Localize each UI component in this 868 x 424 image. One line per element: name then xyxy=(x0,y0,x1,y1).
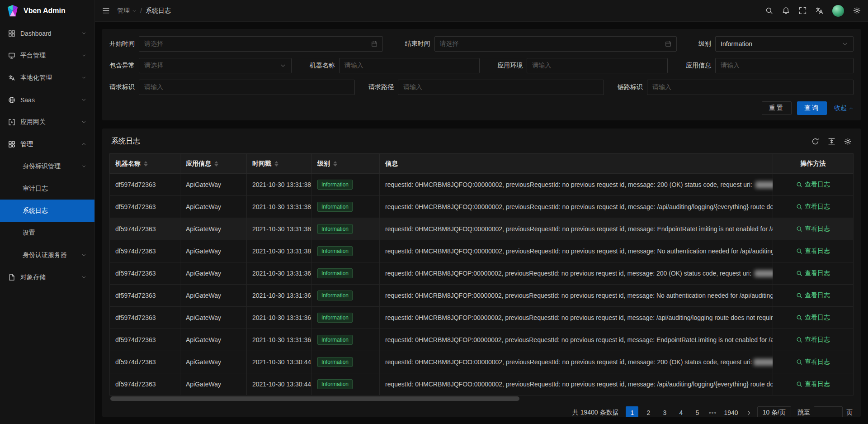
sidebar-item-saas[interactable]: Saas xyxy=(0,89,94,111)
jump-page-input[interactable] xyxy=(814,406,843,417)
search-button[interactable]: 查询 xyxy=(797,101,827,115)
view-log-link[interactable]: 查看日志 xyxy=(796,358,830,366)
message-text: requestId: 0HMCRBM8JQFOQ:00000002, previ… xyxy=(385,248,773,255)
page-1940[interactable]: 1940 xyxy=(722,406,740,417)
main-column: 管理 / 系统日志 开始时间请选择结束时间请选择级别Information包含异… xyxy=(95,0,868,424)
cell-timestamp: 2021-10-30 13:31:38 xyxy=(247,196,312,218)
sidebar-item-identity[interactable]: 身份标识管理 xyxy=(0,155,94,177)
message-text: requestId: 0HMCRBM8JQFOP:00000002, previ… xyxy=(385,314,773,321)
level-badge: Information xyxy=(317,357,353,367)
filter-start-datepicker[interactable]: 请选择 xyxy=(139,36,383,52)
filter-path-input[interactable]: 请输入 xyxy=(398,80,604,95)
sidebar-item-localization[interactable]: 本地化管理 xyxy=(0,67,94,89)
next-page-icon[interactable] xyxy=(746,410,752,416)
page-4[interactable]: 4 xyxy=(675,406,687,417)
page-size-select[interactable]: 10 条/页 xyxy=(757,406,791,417)
view-log-link[interactable]: 查看日志 xyxy=(796,336,830,344)
sidebar-item-settings[interactable]: 设置 xyxy=(0,222,94,244)
cell-level: Information xyxy=(312,174,380,196)
page-5[interactable]: 5 xyxy=(691,406,703,417)
log-table: 机器名称应用信息时间戳级别信息操作方法 df5974d72363ApiGateW… xyxy=(109,153,854,395)
breadcrumb-parent[interactable]: 管理 xyxy=(117,7,137,15)
view-log-link[interactable]: 查看日志 xyxy=(796,247,830,255)
sort-icon[interactable] xyxy=(274,161,278,167)
sidebar-item-object-storage[interactable]: 对象存储 xyxy=(0,266,94,288)
view-log-link[interactable]: 查看日志 xyxy=(796,203,830,211)
page-1[interactable]: 1 xyxy=(626,406,638,417)
sort-icon[interactable] xyxy=(333,161,337,167)
message-text: requestId: 0HMCRBM8JQFOO:00000002, previ… xyxy=(385,358,752,366)
translate-icon[interactable] xyxy=(816,7,823,14)
view-log-link[interactable]: 查看日志 xyxy=(796,314,830,322)
view-log-link[interactable]: 查看日志 xyxy=(796,269,830,277)
view-log-label: 查看日志 xyxy=(805,358,830,366)
table-header-row: 机器名称应用信息时间戳级别信息操作方法 xyxy=(110,154,854,174)
sidebar-item-management[interactable]: 管理 xyxy=(0,133,94,155)
sidebar-item-audit-logs[interactable]: 审计日志 xyxy=(0,177,94,200)
view-log-label: 查看日志 xyxy=(805,380,830,388)
column-header-app_info[interactable]: 应用信息 xyxy=(180,154,247,174)
view-log-link[interactable]: 查看日志 xyxy=(796,225,830,233)
chevron-down-icon xyxy=(81,53,86,58)
cell-message: requestId: 0HMCRBM8JQFOQ:00000002, previ… xyxy=(380,196,773,218)
filter-exception-select[interactable]: 请选择 xyxy=(139,58,292,73)
filter-request-input[interactable]: 请输入 xyxy=(139,80,355,95)
view-log-link[interactable]: 查看日志 xyxy=(796,291,830,300)
column-label: 信息 xyxy=(385,160,398,168)
page-ellipsis[interactable]: ••• xyxy=(707,409,718,416)
sort-icon[interactable] xyxy=(144,161,148,167)
refresh-icon[interactable] xyxy=(811,138,819,145)
cell-machine-name: df5974d72363 xyxy=(110,373,180,395)
control-value: 请输入 xyxy=(721,62,740,70)
filter-machine-input[interactable]: 请输入 xyxy=(339,58,480,73)
view-log-label: 查看日志 xyxy=(805,181,830,189)
column-header-timestamp[interactable]: 时间戳 xyxy=(247,154,312,174)
cell-level: Information xyxy=(312,351,380,373)
bell-icon[interactable] xyxy=(782,7,790,14)
settings-icon[interactable] xyxy=(853,7,861,14)
avatar[interactable] xyxy=(832,5,844,17)
page-2[interactable]: 2 xyxy=(642,406,655,417)
logo[interactable]: Vben Admin xyxy=(0,0,94,22)
filter-label-env: 应用环境 xyxy=(497,62,523,70)
sidebar-item-dashboard[interactable]: Dashboard xyxy=(0,22,94,44)
cell-message: requestId: 0HMCRBM8JQFOP:00000002, previ… xyxy=(380,329,773,351)
menu-fold-icon[interactable] xyxy=(102,7,110,14)
view-log-label: 查看日志 xyxy=(805,203,830,211)
scrollbar-thumb[interactable] xyxy=(110,396,519,401)
cell-app-info: ApiGateWay xyxy=(180,218,247,240)
jump-prefix-label: 跳至 xyxy=(797,409,810,417)
search-icon[interactable] xyxy=(765,7,773,14)
chevron-down-icon xyxy=(81,252,86,257)
filter-env-input[interactable]: 请输入 xyxy=(527,58,668,73)
sort-icon[interactable] xyxy=(214,161,218,167)
message-text: requestId: 0HMCRBM8JQFOP:00000002, previ… xyxy=(385,270,753,277)
sidebar: Vben Admin Dashboard平台管理本地化管理Saas应用网关管理身… xyxy=(0,0,95,424)
fullscreen-icon[interactable] xyxy=(799,7,807,14)
filter-appinfo-input[interactable]: 请输入 xyxy=(715,58,854,73)
collapse-link[interactable]: 收起 xyxy=(834,104,854,112)
control-value: 请输入 xyxy=(403,83,422,91)
message-text: requestId: 0HMCRBM8JQFOQ:00000002, previ… xyxy=(385,203,773,210)
sidebar-item-auth-server[interactable]: 身份认证服务器 xyxy=(0,244,94,266)
gateway-icon xyxy=(8,119,15,126)
filter-level-select[interactable]: Information xyxy=(715,36,854,52)
sidebar-item-system-logs[interactable]: 系统日志 xyxy=(0,200,94,222)
reset-button[interactable]: 重置 xyxy=(762,101,792,115)
page-3[interactable]: 3 xyxy=(658,406,671,417)
filter-field-start: 开始时间请选择 xyxy=(109,36,383,52)
app-root: Vben Admin Dashboard平台管理本地化管理Saas应用网关管理身… xyxy=(0,0,868,424)
view-log-link[interactable]: 查看日志 xyxy=(796,181,830,189)
column-header-level[interactable]: 级别 xyxy=(312,154,380,174)
view-log-link[interactable]: 查看日志 xyxy=(796,380,830,388)
filter-end-datepicker[interactable]: 请选择 xyxy=(434,36,677,52)
filter-field-level: 级别Information xyxy=(698,36,854,52)
column-header-machine[interactable]: 机器名称 xyxy=(110,154,180,174)
settings-icon[interactable] xyxy=(844,138,852,145)
sidebar-item-platform[interactable]: 平台管理 xyxy=(0,44,94,67)
filter-trace-input[interactable]: 请输入 xyxy=(647,80,854,95)
level-badge: Information xyxy=(317,224,353,234)
column-height-icon[interactable] xyxy=(828,138,835,145)
table-row: df5974d72363ApiGateWay2021-10-30 13:30:4… xyxy=(110,373,854,395)
sidebar-item-gateway[interactable]: 应用网关 xyxy=(0,111,94,133)
